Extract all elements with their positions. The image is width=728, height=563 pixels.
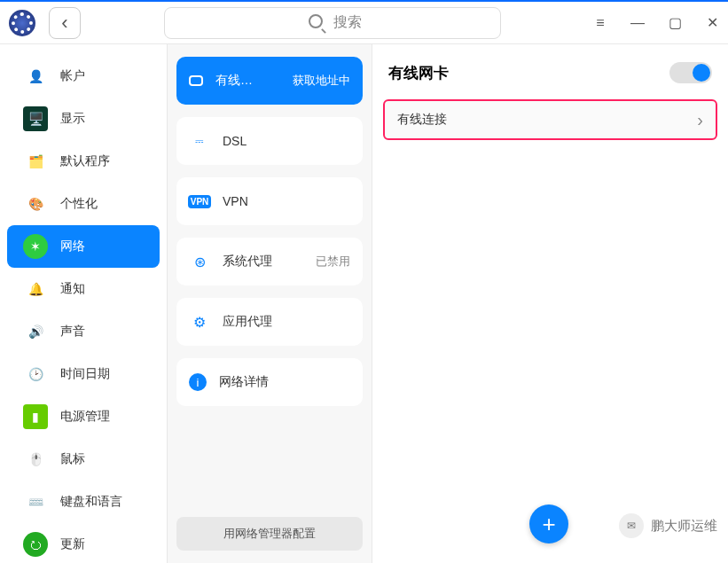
menu-button[interactable]: ≡ <box>593 16 607 30</box>
sidebar-item-label: 通知 <box>60 281 85 297</box>
sidebar-item-personalization[interactable]: 🎨 个性化 <box>7 183 160 225</box>
search-placeholder: 搜索 <box>333 13 362 32</box>
sidebar-item-keyboard[interactable]: ⌨️ 键盘和语言 <box>7 481 160 523</box>
mid-item-label: 有线… <box>215 73 293 89</box>
sidebar-item-sound[interactable]: 🔊 声音 <box>7 310 160 353</box>
mid-item-status: 已禁用 <box>316 254 350 270</box>
display-icon: 🖥️ <box>23 106 48 131</box>
minimize-button[interactable]: — <box>630 16 645 30</box>
info-icon: i <box>189 373 207 391</box>
sidebar-item-datetime[interactable]: 🕑 时间日期 <box>7 353 160 395</box>
mid-item-label: 网络详情 <box>219 374 350 390</box>
app-proxy-icon: ⚙ <box>189 311 210 332</box>
clock-icon: 🕑 <box>23 362 48 387</box>
sidebar-item-label: 帐户 <box>60 68 85 84</box>
personalization-icon: 🎨 <box>23 192 48 216</box>
button-label: 用网络管理器配置 <box>223 526 316 542</box>
mid-item-system-proxy[interactable]: ⊛ 系统代理 已禁用 <box>176 238 363 285</box>
mid-item-vpn[interactable]: VPN VPN <box>176 177 363 225</box>
wired-icon <box>189 75 203 86</box>
account-icon: 👤 <box>23 64 48 89</box>
sidebar-item-update[interactable]: ⭮ 更新 <box>7 523 160 563</box>
sidebar-item-network[interactable]: ✶ 网络 <box>7 225 160 268</box>
system-proxy-icon: ⊛ <box>189 251 210 272</box>
app-logo <box>9 10 35 36</box>
mid-item-dsl[interactable]: ⎓ DSL <box>176 117 363 165</box>
wired-toggle[interactable] <box>669 62 712 83</box>
sidebar-item-label: 键盘和语言 <box>60 494 122 510</box>
network-manager-config-button[interactable]: 用网络管理器配置 <box>176 517 363 551</box>
sidebar-item-display[interactable]: 🖥️ 显示 <box>7 98 160 140</box>
back-button[interactable] <box>49 7 81 39</box>
sidebar-item-label: 电源管理 <box>60 409 110 425</box>
sidebar-item-label: 时间日期 <box>60 366 110 382</box>
window-controls: ≡ — ▢ ✕ <box>593 16 719 30</box>
mid-item-label: 应用代理 <box>223 314 350 330</box>
default-apps-icon: 🗂️ <box>23 149 48 174</box>
vpn-icon: VPN <box>189 191 210 212</box>
chevron-right-icon <box>697 110 703 130</box>
search-input[interactable]: 搜索 <box>164 7 501 39</box>
wechat-icon: ✉ <box>619 513 644 538</box>
search-icon <box>309 14 328 32</box>
mid-item-label: VPN <box>223 194 350 208</box>
plus-icon <box>542 512 555 536</box>
wired-connection-row[interactable]: 有线连接 <box>383 99 717 140</box>
sidebar-item-label: 更新 <box>60 536 85 552</box>
mid-item-label: 系统代理 <box>223 254 316 270</box>
battery-icon: ▮ <box>23 404 48 429</box>
sidebar-item-mouse[interactable]: 🖱️ 鼠标 <box>7 438 160 481</box>
sidebar-item-label: 鼠标 <box>60 451 85 467</box>
bell-icon: 🔔 <box>23 277 48 301</box>
sidebar-item-label: 网络 <box>60 238 85 254</box>
close-button[interactable]: ✕ <box>705 16 719 30</box>
network-detail-pane: 有线网卡 有线连接 ✉ 鹏大师运维 <box>372 44 728 563</box>
mid-item-network-info[interactable]: i 网络详情 <box>176 358 363 406</box>
arrow-left-icon <box>61 12 67 35</box>
detail-title: 有线网卡 <box>388 63 449 83</box>
search-wrap: 搜索 <box>81 7 584 39</box>
detail-header: 有线网卡 <box>383 62 717 83</box>
mid-item-label: DSL <box>223 134 350 148</box>
settings-sidebar: 👤 帐户 🖥️ 显示 🗂️ 默认程序 🎨 个性化 ✶ 网络 🔔 通知 🔊 声音 <box>0 44 167 563</box>
update-icon: ⭮ <box>23 532 48 557</box>
sidebar-item-notifications[interactable]: 🔔 通知 <box>7 268 160 310</box>
mid-item-app-proxy[interactable]: ⚙ 应用代理 <box>176 298 363 346</box>
sidebar-item-power[interactable]: ▮ 电源管理 <box>7 395 160 438</box>
network-icon: ✶ <box>23 234 48 259</box>
connection-label: 有线连接 <box>397 112 447 128</box>
add-connection-button[interactable] <box>529 504 568 543</box>
keyboard-icon: ⌨️ <box>23 489 48 514</box>
sidebar-item-label: 默认程序 <box>60 153 110 169</box>
sidebar-item-account[interactable]: 👤 帐户 <box>7 55 160 98</box>
network-category-pane: 有线… 获取地址中 ⎓ DSL VPN VPN ⊛ 系统代理 已禁用 ⚙ 应用代… <box>167 44 372 563</box>
maximize-button[interactable]: ▢ <box>668 16 682 30</box>
sidebar-item-default-apps[interactable]: 🗂️ 默认程序 <box>7 140 160 183</box>
sidebar-item-label: 个性化 <box>60 196 98 212</box>
speaker-icon: 🔊 <box>23 319 48 344</box>
dsl-icon: ⎓ <box>189 130 210 152</box>
watermark-text: 鹏大师运维 <box>651 518 717 535</box>
sidebar-item-label: 声音 <box>60 324 85 340</box>
mouse-icon: 🖱️ <box>23 447 48 472</box>
mid-item-wired[interactable]: 有线… 获取地址中 <box>176 57 363 105</box>
sidebar-item-label: 显示 <box>60 111 85 127</box>
title-bar: 搜索 ≡ — ▢ ✕ <box>0 0 728 44</box>
watermark: ✉ 鹏大师运维 <box>619 513 717 538</box>
mid-item-status: 获取地址中 <box>293 73 350 89</box>
